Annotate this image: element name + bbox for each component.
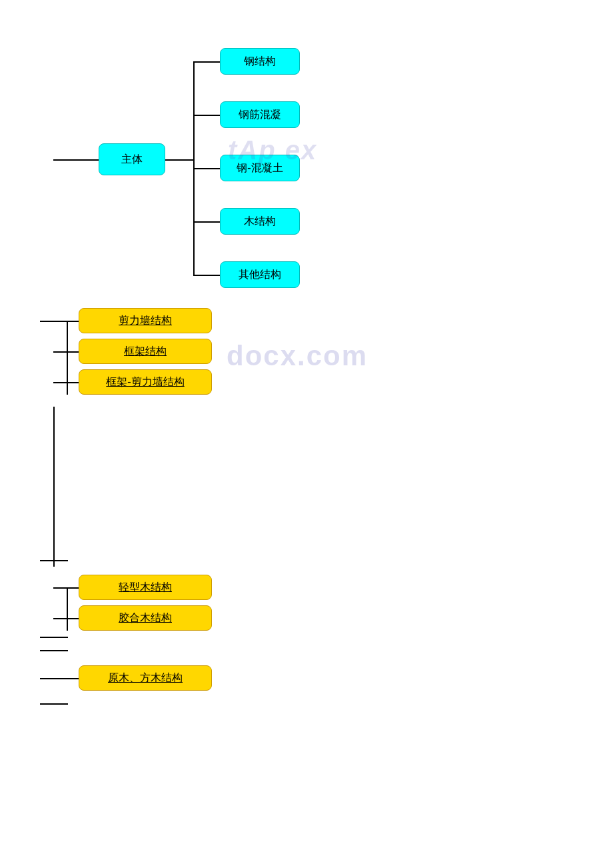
diagram: 主体 钢结构 钢筋混凝 钢-混凝土 木结构 其他结构 剪力墙结构 框架结构 框架…	[0, 0, 613, 868]
line-at-840	[40, 560, 68, 561]
watermark: docx.com	[227, 340, 368, 372]
vline-shear-group	[67, 321, 68, 395]
node-shear-wall: 剪力墙结构	[79, 308, 212, 333]
line-to-frame-shear	[53, 382, 79, 383]
line-1055	[40, 703, 68, 705]
line-left-hook1	[40, 321, 68, 322]
line-to-light-wood	[53, 587, 79, 589]
node-rc: 钢筋混凝	[220, 101, 300, 128]
vline-wood-group	[67, 587, 68, 631]
node-glued-wood: 胶合木结构	[79, 605, 212, 631]
line-main-to-branch	[165, 159, 193, 161]
line-left-to-main	[53, 159, 99, 161]
line-to-rc	[193, 115, 220, 116]
node-steel-concrete: 钢-混凝土	[220, 155, 300, 181]
line-to-log	[40, 678, 79, 679]
line-to-glued-wood	[53, 618, 79, 619]
node-steel: 钢结构	[220, 48, 300, 75]
line-955	[40, 637, 68, 638]
line-to-wood	[193, 221, 220, 223]
node-main: 主体	[99, 143, 165, 175]
node-wood: 木结构	[220, 208, 300, 235]
node-log: 原木、方木结构	[79, 665, 212, 691]
node-frame: 框架结构	[79, 339, 212, 364]
node-light-wood: 轻型木结构	[79, 575, 212, 600]
node-other: 其他结构	[220, 261, 300, 288]
vline-long	[53, 407, 55, 567]
line-to-frame	[53, 351, 79, 353]
line-975	[40, 650, 68, 651]
line-to-other	[193, 275, 220, 276]
line-to-steel	[193, 61, 220, 63]
line-to-steel-concrete	[193, 168, 220, 169]
node-frame-shear: 框架-剪力墙结构	[79, 369, 212, 395]
